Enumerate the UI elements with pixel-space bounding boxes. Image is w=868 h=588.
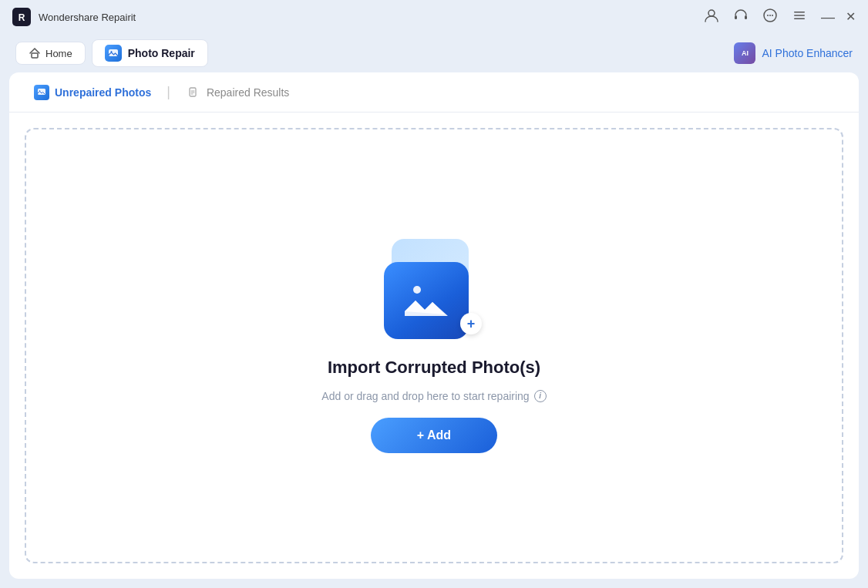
ai-badge-icon: AI [734, 42, 755, 64]
svg-rect-4 [745, 15, 747, 19]
repaired-tab-label: Repaired Results [207, 86, 289, 99]
svg-point-8 [772, 15, 773, 16]
repaired-tab-icon [186, 85, 201, 100]
svg-point-7 [769, 15, 771, 16]
home-tab-label: Home [45, 48, 72, 59]
drop-zone-container: + Import Corrupted Photo(s) Add or drag … [9, 113, 859, 579]
unrepaired-tab-icon [34, 85, 49, 100]
headset-icon[interactable] [733, 8, 749, 26]
svg-rect-11 [794, 18, 805, 20]
import-icon-wrapper: + [380, 239, 488, 339]
photo-repair-tab[interactable]: Photo Repair [92, 39, 208, 67]
add-button[interactable]: + Add [371, 418, 497, 453]
svg-rect-12 [32, 53, 38, 58]
tabs-bar: Unrepaired Photos | Repaired Results [9, 72, 859, 113]
home-icon [29, 47, 41, 59]
app-window: R Wondershare Repairit [0, 0, 868, 588]
menu-icon[interactable] [792, 8, 807, 26]
svg-point-18 [413, 286, 421, 294]
app-logo-icon: R [12, 8, 31, 26]
nav-bar: Home Photo Repair AI AI Photo Enhancer [0, 34, 868, 72]
title-bar-left: R Wondershare Repairit [12, 8, 136, 26]
minimize-button[interactable]: — [821, 10, 835, 24]
main-content: Unrepaired Photos | Repaired Results [9, 72, 859, 579]
ai-enhancer-button[interactable]: AI AI Photo Enhancer [734, 42, 853, 64]
tab-divider: | [167, 84, 170, 100]
ai-enhancer-label: AI Photo Enhancer [762, 47, 853, 59]
home-tab[interactable]: Home [15, 42, 86, 65]
svg-rect-9 [794, 12, 805, 13]
photo-repair-label: Photo Repair [128, 47, 195, 59]
info-icon[interactable]: i [534, 390, 547, 402]
title-bar-right: — ✕ [704, 8, 856, 26]
close-button[interactable]: ✕ [846, 11, 856, 23]
svg-point-2 [708, 10, 715, 16]
nav-left: Home Photo Repair [15, 39, 208, 67]
svg-rect-13 [109, 49, 118, 56]
svg-point-6 [767, 15, 769, 16]
chat-icon[interactable] [762, 8, 778, 26]
import-subtitle-text: Add or drag and drop here to start repai… [321, 390, 529, 402]
svg-rect-3 [735, 15, 737, 19]
window-controls: — ✕ [821, 10, 856, 24]
photo-icon-front [384, 262, 469, 339]
unrepaired-tab-label: Unrepaired Photos [55, 86, 151, 99]
photo-repair-icon [105, 45, 122, 62]
profile-icon[interactable] [704, 8, 719, 26]
import-subtitle: Add or drag and drop here to start repai… [321, 390, 546, 402]
tab-repaired[interactable]: Repaired Results [177, 79, 298, 106]
title-bar: R Wondershare Repairit [0, 0, 868, 34]
svg-text:R: R [19, 12, 25, 23]
plus-badge-icon: + [460, 313, 482, 334]
svg-rect-10 [794, 15, 805, 16]
app-title: Wondershare Repairit [39, 12, 136, 23]
drop-zone[interactable]: + Import Corrupted Photo(s) Add or drag … [25, 128, 843, 563]
tab-unrepaired[interactable]: Unrepaired Photos [25, 79, 160, 106]
import-title: Import Corrupted Photo(s) [328, 358, 540, 378]
